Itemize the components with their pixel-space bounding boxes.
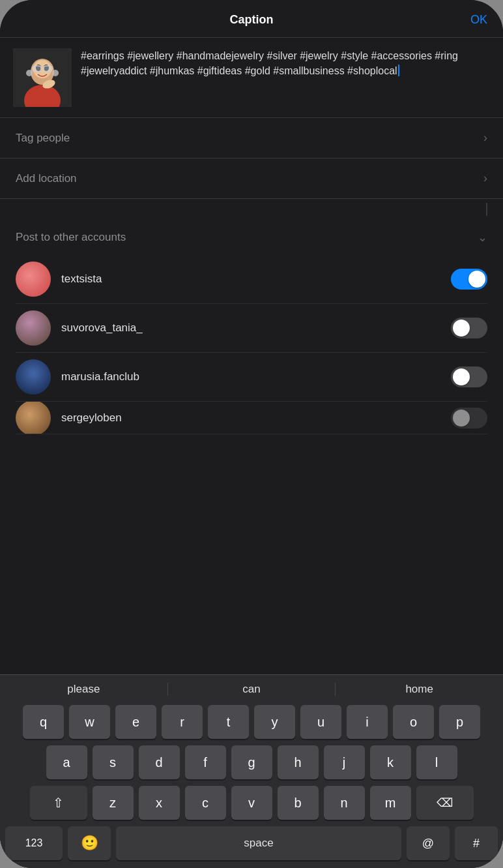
key-z[interactable]: z: [93, 786, 134, 820]
account-toggle-textsista[interactable]: [451, 269, 487, 290]
post-to-header: Post to other accounts ⌄: [16, 230, 487, 245]
avatar: [16, 310, 51, 346]
key-f[interactable]: f: [185, 745, 226, 779]
key-row-2: a s d f g h j k l: [3, 745, 500, 779]
account-toggle-suvorova[interactable]: [451, 318, 487, 338]
key-d[interactable]: d: [139, 745, 180, 779]
key-q[interactable]: q: [23, 705, 64, 739]
account-row: textsista: [16, 255, 487, 304]
post-to-chevron[interactable]: ⌄: [478, 230, 487, 245]
key-s[interactable]: s: [93, 745, 134, 779]
key-o[interactable]: o: [393, 705, 434, 739]
space-key[interactable]: space: [116, 826, 401, 860]
avatar: [16, 359, 51, 395]
predictive-word-2[interactable]: can: [168, 683, 336, 696]
predictive-word-1[interactable]: please: [0, 683, 167, 696]
tag-people-chevron: ›: [483, 131, 487, 145]
key-e[interactable]: e: [115, 705, 156, 739]
shift-key[interactable]: ⇧: [30, 786, 87, 820]
key-v[interactable]: v: [231, 786, 272, 820]
key-p[interactable]: p: [439, 705, 480, 739]
account-name: sergeyloben: [61, 412, 451, 425]
add-location-row[interactable]: Add location ›: [0, 158, 503, 199]
key-a[interactable]: a: [46, 745, 87, 779]
caption-text[interactable]: #earrings #jewellery #handmadejewelry #s…: [81, 48, 490, 107]
key-r[interactable]: r: [162, 705, 203, 739]
tag-people-label: Tag people: [16, 132, 70, 145]
ok-button[interactable]: OK: [470, 13, 487, 27]
key-h[interactable]: h: [278, 745, 319, 779]
backspace-key[interactable]: ⌫: [416, 786, 474, 820]
add-location-label: Add location: [16, 172, 77, 185]
keyboard-rows: q w e r t y u i o p a s d f g h j k: [0, 701, 503, 868]
key-t[interactable]: t: [208, 705, 249, 739]
key-y[interactable]: y: [254, 705, 295, 739]
tag-people-row[interactable]: Tag people ›: [0, 118, 503, 158]
hash-key[interactable]: #: [455, 826, 498, 860]
key-c[interactable]: c: [185, 786, 226, 820]
key-j[interactable]: j: [324, 745, 365, 779]
key-row-1: q w e r t y u i o p: [3, 705, 500, 739]
svg-rect-7: [44, 66, 52, 72]
account-toggle-marusia[interactable]: [451, 367, 487, 387]
header-title: Caption: [230, 13, 274, 27]
keyboard: please can home q w e r t y u i o p: [0, 674, 503, 868]
emoji-key[interactable]: 🙂: [68, 826, 111, 860]
account-toggle-sergey[interactable]: [451, 408, 487, 428]
key-b[interactable]: b: [278, 786, 319, 820]
predictive-bar: please can home: [0, 674, 503, 701]
add-location-chevron: ›: [483, 172, 487, 185]
text-cursor: [398, 65, 399, 76]
key-u[interactable]: u: [300, 705, 341, 739]
account-name: textsista: [61, 273, 451, 286]
post-thumbnail: [13, 48, 72, 107]
key-m[interactable]: m: [370, 786, 411, 820]
vertical-line-indicator: [0, 199, 503, 220]
shift-icon: ⇧: [53, 795, 64, 811]
svg-point-9: [26, 70, 33, 76]
key-l[interactable]: l: [416, 745, 457, 779]
caption-area: #earrings #jewellery #handmadejewelry #s…: [0, 38, 503, 118]
svg-rect-6: [33, 66, 41, 72]
account-row: marusia.fanclub: [16, 353, 487, 402]
post-to-section: Post to other accounts ⌄ textsista suvor…: [0, 220, 503, 441]
account-row: suvorova_tania_: [16, 304, 487, 353]
key-row-4: 123 🙂 space @ #: [3, 826, 500, 865]
key-n[interactable]: n: [324, 786, 365, 820]
predictive-word-3[interactable]: home: [336, 683, 503, 696]
avatar: [16, 402, 51, 434]
key-k[interactable]: k: [370, 745, 411, 779]
number-key[interactable]: 123: [5, 826, 63, 860]
key-w[interactable]: w: [69, 705, 110, 739]
caption-header: Caption OK: [0, 0, 503, 38]
account-row: sergeyloben: [16, 402, 487, 434]
key-g[interactable]: g: [231, 745, 272, 779]
phone-shell: Caption OK: [0, 0, 503, 868]
svg-point-10: [52, 70, 59, 76]
account-name: marusia.fanclub: [61, 370, 451, 383]
post-to-label: Post to other accounts: [16, 231, 126, 244]
key-i[interactable]: i: [347, 705, 388, 739]
key-x[interactable]: x: [139, 786, 180, 820]
key-row-3: ⇧ z x c v b n m ⌫: [3, 786, 500, 820]
account-name: suvorova_tania_: [61, 322, 451, 335]
at-key[interactable]: @: [407, 826, 450, 860]
avatar: [16, 262, 51, 297]
backspace-icon: ⌫: [437, 796, 453, 810]
